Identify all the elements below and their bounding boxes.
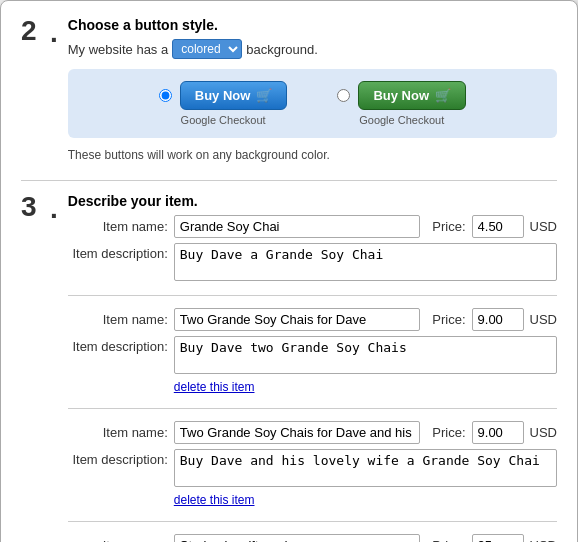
desc-textarea-2[interactable] — [174, 449, 557, 487]
step2-title: Choose a button style. — [68, 17, 557, 33]
item-block-1: Item name: Price: USD Item description: … — [68, 308, 557, 394]
item-block-0: Item name: Price: USD Item description: — [68, 215, 557, 281]
cart-icon-1: 🛒 — [256, 88, 272, 103]
background-line: My website has a colored background. — [68, 39, 557, 59]
item-name-label-3: Item name: — [68, 538, 168, 542]
divider-item-2 — [68, 408, 557, 409]
divider-1 — [21, 180, 557, 181]
step2-number: 2 . — [21, 17, 58, 166]
button-option-1: Buy Now 🛒 Google Checkout — [159, 81, 288, 126]
price-input-3[interactable] — [472, 534, 524, 542]
radio-button-1[interactable] — [159, 89, 172, 102]
divider-item-3 — [68, 521, 557, 522]
delete-link-1[interactable]: delete this item — [174, 380, 255, 394]
main-window: 2 . Choose a button style. My website ha… — [0, 0, 578, 542]
buy-now-button-1[interactable]: Buy Now 🛒 — [180, 81, 288, 110]
step3-title: Describe your item. — [68, 193, 557, 209]
button2-sublabel: Google Checkout — [359, 114, 444, 126]
buy-now-label-2: Buy Now — [373, 88, 429, 103]
radio-row-2: Buy Now 🛒 — [337, 81, 466, 110]
buy-now-label-1: Buy Now — [195, 88, 251, 103]
radio-button-2[interactable] — [337, 89, 350, 102]
desc-label-2: Item description: — [68, 449, 168, 467]
desc-label-1: Item description: — [68, 336, 168, 354]
buy-now-button-2[interactable]: Buy Now 🛒 — [358, 81, 466, 110]
divider-item-1 — [68, 295, 557, 296]
price-label-2: Price: — [432, 425, 465, 440]
price-label-3: Price: — [432, 538, 465, 542]
item-name-label-1: Item name: — [68, 312, 168, 327]
button1-sublabel: Google Checkout — [181, 114, 266, 126]
desc-row-0: Item description: — [68, 243, 557, 281]
step2-content: Choose a button style. My website has a … — [68, 17, 557, 166]
item-row-3: Item name: Price: USD — [68, 534, 557, 542]
desc-row-2: Item description: — [68, 449, 557, 487]
item-row-1: Item name: Price: USD — [68, 308, 557, 331]
usd-label-1: USD — [530, 312, 557, 327]
item-name-input-0[interactable] — [174, 215, 421, 238]
step3-number: 3 . — [21, 193, 58, 542]
item-block-3: Item name: Price: USD Item description: … — [68, 534, 557, 542]
usd-label-3: USD — [530, 538, 557, 542]
bg-text-before: My website has a — [68, 42, 168, 57]
price-label-0: Price: — [432, 219, 465, 234]
price-input-0[interactable] — [472, 215, 524, 238]
radio-row-1: Buy Now 🛒 — [159, 81, 288, 110]
price-input-1[interactable] — [472, 308, 524, 331]
desc-textarea-1[interactable] — [174, 336, 557, 374]
button-option-2: Buy Now 🛒 Google Checkout — [337, 81, 466, 126]
bg-text-after: background. — [246, 42, 318, 57]
step2-section: 2 . Choose a button style. My website ha… — [21, 17, 557, 166]
item-row-2: Item name: Price: USD — [68, 421, 557, 444]
usd-label-0: USD — [530, 219, 557, 234]
cart-icon-2: 🛒 — [435, 88, 451, 103]
step3-content: Describe your item. Item name: Price: US… — [68, 193, 557, 542]
button-options-container: Buy Now 🛒 Google Checkout Buy Now 🛒 — [68, 69, 557, 138]
desc-row-1: Item description: — [68, 336, 557, 374]
desc-textarea-0[interactable] — [174, 243, 557, 281]
item-name-input-2[interactable] — [174, 421, 421, 444]
step3-section: 3 . Describe your item. Item name: Price… — [21, 193, 557, 542]
item-block-2: Item name: Price: USD Item description: … — [68, 421, 557, 507]
item-row-0: Item name: Price: USD — [68, 215, 557, 238]
item-name-label-2: Item name: — [68, 425, 168, 440]
any-color-note: These buttons will work on any backgroun… — [68, 148, 557, 162]
usd-label-2: USD — [530, 425, 557, 440]
background-select[interactable]: colored — [172, 39, 242, 59]
item-name-label-0: Item name: — [68, 219, 168, 234]
item-name-input-3[interactable] — [174, 534, 421, 542]
desc-label-0: Item description: — [68, 243, 168, 261]
delete-link-2[interactable]: delete this item — [174, 493, 255, 507]
price-label-1: Price: — [432, 312, 465, 327]
price-input-2[interactable] — [472, 421, 524, 444]
item-name-input-1[interactable] — [174, 308, 421, 331]
